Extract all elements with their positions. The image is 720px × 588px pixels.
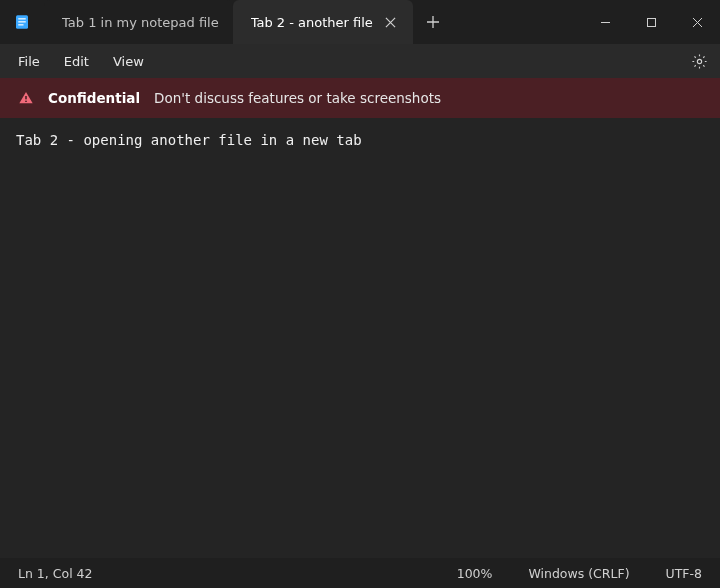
banner-message: Don't discuss features or take screensho… <box>154 90 441 106</box>
warning-icon <box>18 90 34 106</box>
tab-1[interactable]: Tab 1 in my notepad file <box>44 0 233 44</box>
maximize-icon <box>646 17 657 28</box>
svg-rect-3 <box>18 24 23 25</box>
svg-point-5 <box>697 59 701 63</box>
status-position[interactable]: Ln 1, Col 42 <box>18 566 111 581</box>
svg-rect-7 <box>25 101 26 102</box>
tab-strip: Tab 1 in my notepad file Tab 2 - another… <box>44 0 413 44</box>
close-icon <box>692 17 703 28</box>
status-line-ending[interactable]: Windows (CRLF) <box>510 566 647 581</box>
settings-button[interactable] <box>684 46 714 76</box>
text-editor[interactable]: Tab 2 - opening another file in a new ta… <box>0 118 720 558</box>
svg-rect-2 <box>18 21 26 22</box>
statusbar: Ln 1, Col 42 100% Windows (CRLF) UTF-8 <box>0 558 720 588</box>
tab-close-button[interactable] <box>383 14 399 30</box>
menu-view[interactable]: View <box>101 50 156 73</box>
status-encoding[interactable]: UTF-8 <box>648 566 702 581</box>
tab-label: Tab 2 - another file <box>251 15 373 30</box>
window-controls <box>582 0 720 44</box>
notepad-icon <box>13 13 31 31</box>
svg-rect-4 <box>647 18 655 26</box>
svg-rect-6 <box>25 96 26 99</box>
gear-icon <box>691 53 708 70</box>
tab-2[interactable]: Tab 2 - another file <box>233 0 413 44</box>
titlebar-drag-region[interactable] <box>453 0 582 44</box>
status-zoom[interactable]: 100% <box>439 566 511 581</box>
tab-label: Tab 1 in my notepad file <box>62 15 219 30</box>
confidential-banner: Confidential Don't discuss features or t… <box>0 78 720 118</box>
minimize-button[interactable] <box>582 0 628 44</box>
maximize-button[interactable] <box>628 0 674 44</box>
menu-edit[interactable]: Edit <box>52 50 101 73</box>
close-window-button[interactable] <box>674 0 720 44</box>
app-icon <box>0 0 44 44</box>
new-tab-button[interactable] <box>413 0 453 44</box>
menu-file[interactable]: File <box>6 50 52 73</box>
close-icon <box>385 17 396 28</box>
plus-icon <box>426 15 440 29</box>
minimize-icon <box>600 17 611 28</box>
titlebar: Tab 1 in my notepad file Tab 2 - another… <box>0 0 720 44</box>
menubar: File Edit View <box>0 44 720 78</box>
banner-title: Confidential <box>48 90 140 106</box>
svg-rect-1 <box>18 18 26 19</box>
